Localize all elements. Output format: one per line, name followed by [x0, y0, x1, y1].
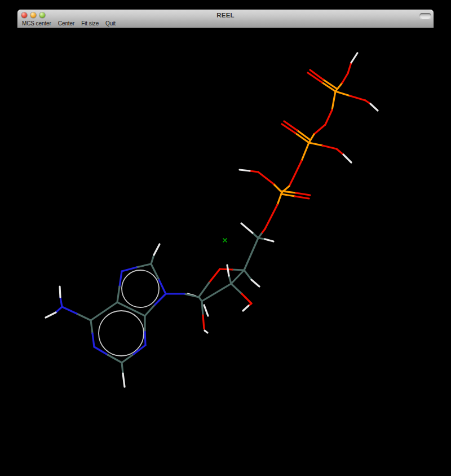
- desktop-background: REEL MCS center Center Fit size Quit: [0, 0, 451, 476]
- title-bar[interactable]: REEL MCS center Center Fit size Quit: [17, 10, 434, 28]
- menu-item-fit-size[interactable]: Fit size: [81, 20, 99, 27]
- menu-item-mcs-center[interactable]: MCS center: [21, 20, 52, 27]
- molecule-viewport[interactable]: [17, 28, 434, 476]
- menu-bar: MCS center Center Fit size Quit: [21, 20, 116, 27]
- menu-item-quit[interactable]: Quit: [105, 20, 116, 27]
- reel-window: REEL MCS center Center Fit size Quit: [17, 10, 434, 476]
- window-title: REEL: [17, 12, 434, 19]
- toolbar-pill-button[interactable]: [419, 13, 431, 19]
- menu-item-center[interactable]: Center: [58, 20, 75, 27]
